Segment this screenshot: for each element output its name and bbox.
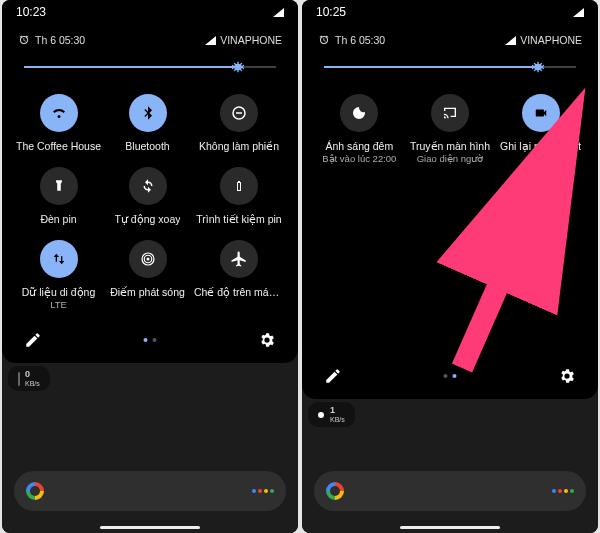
brightness-slider[interactable]	[324, 58, 576, 76]
brightness-thumb-icon[interactable]	[529, 58, 547, 76]
edit-button[interactable]	[322, 365, 344, 387]
tile-label: Tự động xoay	[115, 213, 181, 226]
search-bar[interactable]	[14, 471, 286, 511]
tile-sublabel: Giao diện ngườ	[417, 153, 484, 165]
network-speed-chip: 1 KB/s	[308, 402, 355, 427]
status-time: 10:23	[16, 5, 46, 19]
signal-icon	[273, 8, 284, 17]
tile-night-light[interactable]: Ánh sáng đêm Bật vào lúc 22:00	[316, 94, 403, 165]
google-logo-icon	[26, 482, 44, 500]
tile-mobile-data[interactable]: Dữ liệu di động LTE	[16, 240, 101, 311]
tile-sublabel: Dừng	[529, 153, 552, 165]
tile-label: Đèn pin	[40, 213, 76, 226]
bluetooth-icon	[129, 94, 167, 132]
alarm-icon	[318, 34, 330, 46]
tile-label: Không làm phiền	[199, 140, 279, 153]
tile-battery-saver[interactable]: Trình tiết kiệm pin	[194, 167, 284, 226]
autorotate-icon	[129, 167, 167, 205]
alarm-icon	[18, 34, 30, 46]
google-logo-icon	[326, 482, 344, 500]
mobile-data-icon	[40, 240, 78, 278]
wifi-icon	[40, 94, 78, 132]
tile-label: Chế độ trên máy bay	[194, 286, 284, 299]
tile-screen-record[interactable]: Ghi lại nội dung t Dừng	[497, 94, 584, 165]
signal-icon	[205, 36, 216, 45]
edit-button[interactable]	[22, 329, 44, 351]
quick-settings-panel: Th 6 05:30 VINAPHONE	[2, 24, 298, 363]
settings-button[interactable]	[256, 329, 278, 351]
dnd-icon	[220, 94, 258, 132]
alarm-text: Th 6 05:30	[35, 34, 85, 46]
signal-icon	[573, 8, 584, 17]
tile-wifi[interactable]: The Coffee House	[16, 94, 101, 153]
brightness-thumb-icon[interactable]	[229, 58, 247, 76]
airplane-icon	[220, 240, 258, 278]
search-bar[interactable]	[314, 471, 586, 511]
tile-label: Ghi lại nội dung t	[500, 140, 581, 153]
camera-record-icon	[522, 94, 560, 132]
status-bar: 10:25	[302, 0, 598, 24]
tile-label: The Coffee House	[16, 140, 101, 153]
moon-icon	[340, 94, 378, 132]
tile-cast[interactable]: Truyền màn hình Giao diện ngườ	[407, 94, 494, 165]
tile-label: Điểm phát sóng	[110, 286, 185, 299]
assistant-icon	[252, 489, 274, 493]
tile-sublabel: LTE	[50, 299, 67, 311]
tile-flashlight[interactable]: Đèn pin	[16, 167, 101, 226]
phone-right: 10:25 Th 6 05:30 VINAPHONE	[302, 0, 598, 533]
svg-point-2	[146, 258, 149, 261]
cast-icon	[431, 94, 469, 132]
brightness-slider[interactable]	[24, 58, 276, 76]
assistant-icon	[552, 489, 574, 493]
status-bar: 10:23	[2, 0, 298, 24]
settings-button[interactable]	[556, 365, 578, 387]
tile-label: Bluetooth	[125, 140, 169, 153]
tiles-grid: Ánh sáng đêm Bật vào lúc 22:00 Truyền mà…	[316, 90, 584, 355]
battery-icon	[220, 167, 258, 205]
background-area: 0 KB/s	[2, 363, 298, 533]
status-time: 10:25	[316, 5, 346, 19]
tile-dnd[interactable]: Không làm phiền	[194, 94, 284, 153]
page-indicator	[444, 374, 457, 378]
tile-bluetooth[interactable]: Bluetooth	[105, 94, 190, 153]
tile-label: Ánh sáng đêm	[325, 140, 393, 153]
carrier-label: VINAPHONE	[220, 34, 282, 46]
network-speed-chip: 0 KB/s	[8, 366, 50, 391]
tile-sublabel: Bật vào lúc 22:00	[322, 153, 396, 165]
carrier-label: VINAPHONE	[520, 34, 582, 46]
flashlight-icon	[40, 167, 78, 205]
alarm-text: Th 6 05:30	[335, 34, 385, 46]
tile-airplane[interactable]: Chế độ trên máy bay	[194, 240, 284, 311]
background-area: 1 KB/s	[302, 399, 598, 533]
tiles-grid: The Coffee House Bluetooth Không làm phi…	[16, 90, 284, 319]
tile-label: Trình tiết kiệm pin	[196, 213, 281, 226]
phone-left: 10:23 Th 6 05:30 VINAPHONE	[2, 0, 298, 533]
svg-rect-1	[236, 112, 242, 114]
tile-label: Truyền màn hình	[410, 140, 490, 153]
page-indicator	[144, 338, 157, 342]
nav-handle[interactable]	[100, 526, 200, 529]
signal-icon	[505, 36, 516, 45]
hotspot-icon	[129, 240, 167, 278]
tile-autorotate[interactable]: Tự động xoay	[105, 167, 190, 226]
tile-label: Dữ liệu di động	[22, 286, 96, 299]
nav-handle[interactable]	[400, 526, 500, 529]
tile-hotspot[interactable]: Điểm phát sóng	[105, 240, 190, 311]
quick-settings-panel: Th 6 05:30 VINAPHONE	[302, 24, 598, 399]
